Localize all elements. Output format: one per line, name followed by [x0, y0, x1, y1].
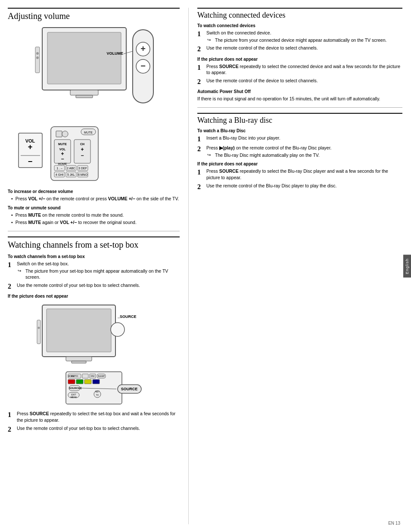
svg-text:−: − — [61, 156, 64, 162]
increase-decrease-subsection: To increase or decrease volume • Press V… — [8, 189, 180, 202]
watching-channels-title: Watching channels from a set-top box — [8, 236, 180, 250]
bullet-dot-mute2: • — [11, 219, 13, 226]
page-number: EN 13 — [388, 521, 400, 526]
step-text: Switch on the set-top box. — [17, 261, 69, 266]
channels-no-picture-steps: 1 Press SOURCE repeatedly to select the … — [8, 411, 180, 433]
channels-no-picture-label: If the picture does not appear — [8, 294, 180, 299]
svg-point-51 — [37, 327, 40, 329]
cnp-step-txt2: Use the remote control of the device to … — [206, 78, 318, 83]
svg-rect-3 — [76, 95, 93, 98]
step-num-np1c: 1 — [8, 411, 15, 419]
svg-text:4 GHI: 4 GHI — [55, 173, 63, 176]
svg-text:FAV: FAV — [90, 375, 95, 377]
note-text: The picture from your set-top box might … — [25, 268, 180, 280]
step-content: Switch on the set-top box. ↪ The picture… — [17, 261, 180, 280]
watching-channels-section: Watching channels from a set-top box To … — [8, 236, 180, 433]
bnp-step-num1: 1 — [197, 168, 204, 176]
wb-step-num1: 1 — [197, 135, 204, 143]
wb-step-txt1: Insert a Blu-ray Disc into your player. — [206, 135, 280, 140]
cnp-step1: 1 Press SOURCE repeatedly to select the … — [197, 63, 402, 76]
step-txt-np2c: Use the remote control of your set-top b… — [17, 426, 140, 431]
connected-no-picture-label: If the picture does not appear — [197, 57, 402, 62]
adjusting-volume-section: Adjusting volume — [8, 8, 180, 226]
svg-text:MUTE: MUTE — [58, 143, 67, 146]
svg-text:+: + — [28, 143, 32, 151]
svg-text:−: − — [81, 152, 84, 159]
mute-bullets: • Press MUTE on the remote control to mu… — [11, 212, 180, 226]
svg-text:CH: CH — [80, 143, 84, 146]
bluray-no-picture-subsection: If the picture does not appear 1 Press S… — [197, 162, 402, 191]
svg-rect-67 — [93, 380, 100, 384]
connected-no-pic-steps: 1 Press SOURCE repeatedly to select the … — [197, 63, 402, 86]
svg-text:6 MNO: 6 MNO — [78, 173, 87, 176]
wc-step-num2: 2 — [197, 45, 204, 53]
wc-note-txt1: The picture from your connected device m… — [215, 37, 386, 44]
svg-text:5 JKL: 5 JKL — [67, 173, 75, 176]
step-text-2: Use the remote control of your set-top b… — [17, 283, 140, 288]
watch-connected-subsection: To watch connected devices 1 Switch on t… — [197, 23, 402, 53]
svg-text:1 . –: 1 . – — [56, 167, 62, 170]
volume-diagram-svg: + − VOLUME — [29, 25, 159, 120]
svg-text:VOL: VOL — [59, 148, 65, 151]
adjusting-volume-title: Adjusting volume — [8, 8, 180, 21]
svg-text:SOURCE: SOURCE — [121, 387, 137, 391]
cnp-step-cont1: Press SOURCE repeatedly to select the co… — [206, 63, 402, 76]
wc-step-num1: 1 — [197, 30, 204, 38]
wc-step-txt1: Switch on the connected device. — [206, 30, 271, 35]
watch-connected-label: To watch connected devices — [197, 23, 402, 28]
bnp-step-txt2: Use the remote control of the Blu-ray Di… — [206, 183, 336, 188]
bluray-no-picture-label: If the picture does not appear — [197, 162, 402, 166]
svg-text:TV: TV — [96, 394, 99, 396]
wc-step-txt2: Use the remote control of the device to … — [206, 45, 318, 50]
no-pic-step2-channels: 2 Use the remote control of your set-top… — [8, 425, 180, 433]
bnp-step2: 2 Use the remote control of the Blu-ray … — [197, 183, 402, 191]
wb-step-cont2: Press ▶(play) on the remote control of t… — [206, 145, 402, 158]
step-num-np2c: 2 — [8, 425, 15, 433]
watching-bluray-section: Watching a Blu-ray disc To watch a Blu-r… — [197, 113, 402, 191]
watch-bluray-subsection: To watch a Blu-ray Disc 1 Insert a Blu-r… — [197, 128, 402, 159]
bnp-step-cont1: Press SOURCE repeatedly to select the Bl… — [206, 168, 402, 180]
arrow-note: ↪ The picture from your set-top box migh… — [18, 268, 180, 280]
svg-rect-49 — [72, 361, 86, 363]
bullet-text-mute2: Press MUTE again or VOL +/− to recover t… — [16, 219, 137, 226]
svg-text:−: − — [28, 157, 32, 166]
watch-channels-subsection: To watch channels from a set-top box 1 S… — [8, 254, 180, 290]
svg-text:HOME: HOME — [58, 162, 67, 165]
page-container: Adjusting volume — [0, 0, 411, 532]
divider-vol-channels — [8, 231, 180, 231]
side-tab: English — [403, 255, 411, 277]
cnp-step-num1: 1 — [197, 63, 204, 72]
svg-text:2 ABC: 2 ABC — [67, 167, 75, 170]
svg-rect-20 — [56, 131, 62, 137]
increase-decrease-label: To increase or decrease volume — [8, 189, 180, 194]
svg-rect-50 — [37, 320, 40, 344]
divider-connected-bluray — [197, 107, 402, 108]
watch-channels-label: To watch channels from a set-top box — [8, 254, 180, 259]
wc-step-cont2: Use the remote control of the device to … — [206, 45, 402, 51]
wc-step2: 2 Use the remote control of the device t… — [197, 45, 402, 53]
wc-arrow-note1: ↪ The picture from your connected device… — [207, 37, 402, 44]
right-column: Watching connected devices To watch conn… — [189, 8, 402, 524]
bnp-step-txt1: Press SOURCE repeatedly to select the Bl… — [206, 168, 388, 180]
svg-text:SLEEP: SLEEP — [97, 375, 105, 377]
wb-arrow-sym2: ↪ — [207, 152, 213, 159]
main-content: Adjusting volume — [0, 0, 411, 532]
step-item-2: 2 Use the remote control of your set-top… — [8, 282, 180, 290]
step-content-2: Use the remote control of your set-top b… — [17, 282, 180, 289]
step-number: 1 — [8, 261, 15, 269]
cnp-step-num2: 2 — [197, 78, 204, 86]
svg-text:MODE: MODE — [68, 375, 75, 377]
svg-rect-2 — [70, 90, 98, 95]
volume-diagram-area: + − VOLUME — [8, 25, 180, 120]
svg-text:+: + — [81, 146, 84, 152]
source-diagram-svg: SOURCE AUTO MODE FAV — [34, 303, 154, 406]
svg-rect-64 — [68, 380, 75, 384]
svg-rect-48 — [66, 357, 92, 361]
auto-power-subsection: Automatic Power Shut Off If there is no … — [197, 89, 402, 102]
svg-text:3 DEF: 3 DEF — [78, 167, 87, 170]
svg-point-5 — [36, 52, 39, 55]
watching-bluray-title: Watching a Blu-ray disc — [197, 113, 402, 125]
svg-text:SOURCE: SOURCE — [120, 314, 137, 319]
bluray-no-pic-steps: 1 Press SOURCE repeatedly to select the … — [197, 168, 402, 191]
svg-text:+: + — [140, 44, 146, 53]
